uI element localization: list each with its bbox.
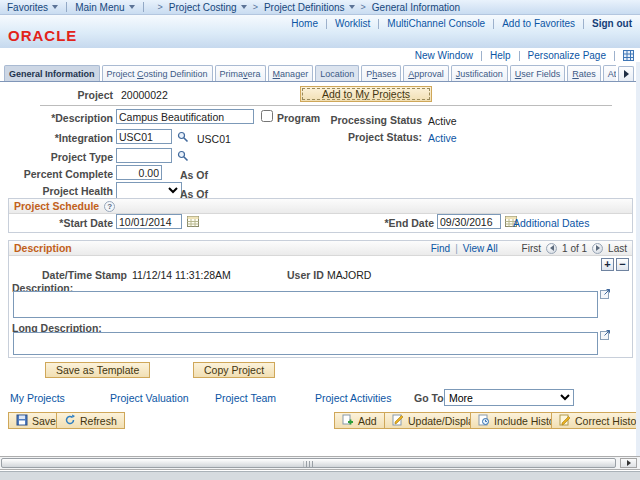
tabs-scroll-right-button[interactable] xyxy=(618,66,634,81)
project-health-label: Project Health xyxy=(0,185,113,197)
end-date-input[interactable] xyxy=(437,214,501,229)
divider xyxy=(614,51,615,61)
integration-label: *Integration xyxy=(0,132,113,144)
multichannel-console-link[interactable]: MultiChannel Console xyxy=(387,18,485,29)
scrollbar-grip-icon xyxy=(303,461,314,467)
description-textarea[interactable] xyxy=(13,291,598,318)
tab-attachments[interactable]: Attachments xyxy=(603,65,616,81)
tab-justification[interactable]: Justification xyxy=(451,65,508,81)
horizontal-scrollbar[interactable] xyxy=(0,456,640,470)
goto-select[interactable]: More xyxy=(444,389,574,406)
personalize-page-link[interactable]: Personalize Page xyxy=(528,50,606,61)
home-link[interactable]: Home xyxy=(291,18,318,29)
refresh-icon xyxy=(64,414,76,428)
main-menu[interactable]: Main Menu xyxy=(75,2,134,13)
add-button[interactable]: Add xyxy=(334,412,385,429)
sign-out-link[interactable]: Sign out xyxy=(592,18,632,29)
as-of-label: As Of xyxy=(180,169,208,181)
breadcrumb-general-information: General Information xyxy=(372,2,460,13)
refresh-button[interactable]: Refresh xyxy=(56,412,125,429)
divider: | xyxy=(455,243,458,254)
chevron-down-icon xyxy=(129,5,135,9)
add-row-button[interactable]: + xyxy=(601,258,614,271)
previous-row-button[interactable] xyxy=(546,243,557,254)
project-status-link[interactable]: Active xyxy=(428,132,457,144)
start-date-input[interactable] xyxy=(116,214,182,229)
project-team-link[interactable]: Project Team xyxy=(215,392,276,404)
help-link[interactable]: Help xyxy=(490,50,511,61)
page-utilities: New Window Help Personalize Page xyxy=(415,50,634,61)
tab-primavera[interactable]: Primavera xyxy=(215,65,266,81)
view-all-link[interactable]: View All xyxy=(463,243,498,254)
chevron-down-icon xyxy=(349,5,355,9)
copy-project-button[interactable]: Copy Project xyxy=(193,362,275,378)
integration-lookup-icon[interactable] xyxy=(177,131,189,143)
arrow-right-icon xyxy=(627,460,631,466)
add-icon xyxy=(342,414,354,428)
row-position: 1 of 1 xyxy=(562,243,587,254)
additional-dates-link[interactable]: Additional Dates xyxy=(513,217,589,229)
divider xyxy=(493,19,494,29)
add-to-my-projects-button[interactable]: Add to My Projects xyxy=(300,86,432,102)
expand-textarea-icon[interactable] xyxy=(600,288,611,299)
start-date-calendar-icon[interactable] xyxy=(187,215,199,227)
next-row-button[interactable] xyxy=(592,243,603,254)
arrow-right-icon xyxy=(596,245,600,251)
breadcrumb-project-costing[interactable]: Project Costing xyxy=(169,2,247,13)
datetime-stamp-label: Date/Time Stamp xyxy=(20,269,127,281)
last-label: Last xyxy=(608,243,627,254)
personalize-grid-icon[interactable] xyxy=(623,50,634,61)
description-header: Description Find | View All First 1 of 1… xyxy=(9,241,632,256)
project-valuation-link[interactable]: Project Valuation xyxy=(110,392,189,404)
integration-input[interactable] xyxy=(116,129,172,144)
project-type-input[interactable] xyxy=(116,148,172,163)
worklist-link[interactable]: Worklist xyxy=(335,18,370,29)
delete-row-button[interactable]: − xyxy=(616,258,629,271)
project-health-select[interactable] xyxy=(116,182,182,199)
tab-phases[interactable]: Phases xyxy=(361,65,401,81)
project-value: 20000022 xyxy=(121,89,168,101)
add-to-favorites-link[interactable]: Add to Favorites xyxy=(502,18,575,29)
tab-project-costing-definition[interactable]: Project Costing Definition xyxy=(102,65,213,81)
long-description-textarea[interactable] xyxy=(13,332,598,355)
processing-status-label: Processing Status xyxy=(295,114,422,126)
arrow-right-icon xyxy=(624,70,629,78)
goto-label: Go To xyxy=(414,392,444,404)
tab-rates[interactable]: Rates xyxy=(567,65,601,81)
breadcrumb-project-definitions[interactable]: Project Definitions xyxy=(264,2,355,13)
tab-manager[interactable]: Manager xyxy=(268,65,314,81)
description-input[interactable] xyxy=(116,109,254,124)
correct-history-button[interactable]: Correct History xyxy=(551,412,640,429)
percent-complete-label: Percent Complete xyxy=(0,168,113,180)
divider xyxy=(378,19,379,29)
divider xyxy=(66,2,67,12)
new-window-link[interactable]: New Window xyxy=(415,50,473,61)
breadcrumb: Favorites Main Menu > Project Costing > … xyxy=(0,0,640,15)
project-activities-link[interactable]: Project Activities xyxy=(315,392,391,404)
program-checkbox[interactable] xyxy=(261,110,273,122)
scrollbar-right-arrow[interactable] xyxy=(620,458,637,468)
tab-general-information[interactable]: General Information xyxy=(4,65,100,81)
divider xyxy=(481,51,482,61)
project-schedule-header: Project Schedule ? xyxy=(9,199,632,214)
save-as-template-button[interactable]: Save as Template xyxy=(45,362,150,378)
scrollbar-thumb[interactable] xyxy=(1,458,616,468)
tab-approval[interactable]: Approval xyxy=(403,65,449,81)
favorites-menu[interactable]: Favorites xyxy=(7,2,58,13)
project-label: Project xyxy=(0,89,113,101)
divider xyxy=(143,2,144,12)
favorites-label: Favorites xyxy=(7,2,48,13)
divider xyxy=(40,105,612,106)
description-label: *Description xyxy=(0,112,113,124)
project-type-lookup-icon[interactable] xyxy=(177,150,189,162)
tab-user-fields[interactable]: User Fields xyxy=(510,65,566,81)
window-bottom-strip xyxy=(0,471,640,480)
find-link[interactable]: Find xyxy=(431,243,450,254)
tab-location[interactable]: Location xyxy=(315,65,359,81)
my-projects-link[interactable]: My Projects xyxy=(10,392,65,404)
chevron-down-icon xyxy=(241,5,247,9)
divider xyxy=(583,19,584,29)
help-icon[interactable]: ? xyxy=(104,201,115,212)
expand-textarea-icon[interactable] xyxy=(600,329,611,340)
percent-complete-input[interactable] xyxy=(116,165,162,180)
